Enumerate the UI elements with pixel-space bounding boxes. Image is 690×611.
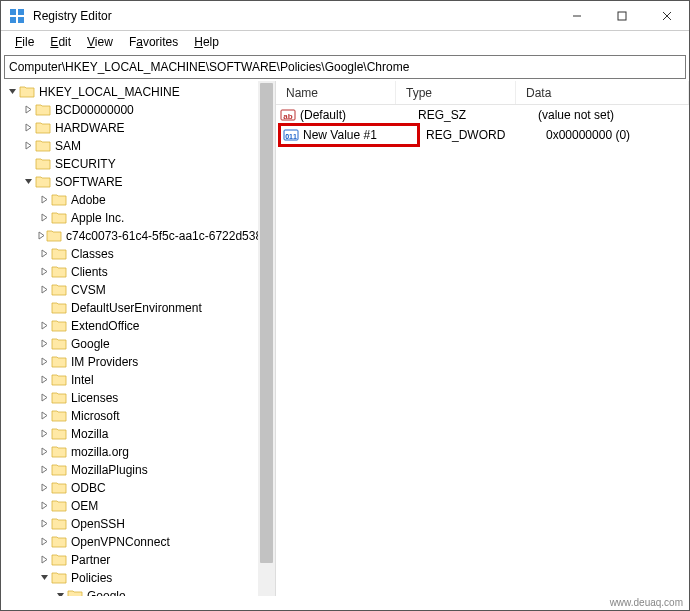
list-panel: Name Type Data ab(Default)REG_SZ(value n… [276, 81, 689, 596]
tree-item-guid[interactable]: c74c0073-61c4-5f5c-aa1c-6722d538bc46 [5, 227, 275, 245]
menu-help[interactable]: Help [186, 33, 227, 51]
tree-item-hardware[interactable]: HARDWARE [5, 119, 275, 137]
folder-icon [35, 103, 51, 117]
scrollbar-thumb[interactable] [260, 83, 273, 563]
tree-item-apple[interactable]: Apple Inc. [5, 209, 275, 227]
tree-label: Apple Inc. [71, 211, 124, 225]
tree-item-partner[interactable]: Partner [5, 551, 275, 569]
tree-label: Partner [71, 553, 110, 567]
scrollbar-vertical[interactable] [258, 81, 275, 596]
tree-item-oem[interactable]: OEM [5, 497, 275, 515]
chevron-down-icon[interactable] [37, 573, 51, 584]
tree-item-microsoft[interactable]: Microsoft [5, 407, 275, 425]
chevron-right-icon[interactable] [37, 249, 51, 260]
chevron-right-icon[interactable] [37, 393, 51, 404]
chevron-down-icon[interactable] [5, 87, 19, 98]
chevron-right-icon[interactable] [37, 555, 51, 566]
chevron-right-icon[interactable] [37, 429, 51, 440]
tree-item-mozilla[interactable]: Mozilla [5, 425, 275, 443]
tree-item-security[interactable]: SECURITY [5, 155, 275, 173]
folder-icon [51, 499, 67, 513]
chevron-right-icon[interactable] [21, 123, 35, 134]
chevron-right-icon[interactable] [37, 465, 51, 476]
minimize-button[interactable] [554, 1, 599, 31]
tree-label: Classes [71, 247, 114, 261]
tree-label: HKEY_LOCAL_MACHINE [39, 85, 180, 99]
chevron-right-icon[interactable] [37, 267, 51, 278]
tree-item-policies_google[interactable]: Google [5, 587, 275, 596]
chevron-right-icon[interactable] [37, 195, 51, 206]
tree-item-openvpn[interactable]: OpenVPNConnect [5, 533, 275, 551]
folder-icon [51, 409, 67, 423]
chevron-right-icon[interactable] [37, 483, 51, 494]
tree-item-licenses[interactable]: Licenses [5, 389, 275, 407]
tree-label: OpenSSH [71, 517, 125, 531]
address-bar[interactable]: Computer\HKEY_LOCAL_MACHINE\SOFTWARE\Pol… [4, 55, 686, 79]
svg-text:011: 011 [285, 133, 297, 140]
chevron-down-icon[interactable] [21, 177, 35, 188]
folder-icon [51, 427, 67, 441]
tree-item-classes[interactable]: Classes [5, 245, 275, 263]
value-type: REG_DWORD [420, 128, 540, 142]
tree-label: BCD00000000 [55, 103, 134, 117]
folder-icon [51, 301, 67, 315]
chevron-right-icon[interactable] [37, 501, 51, 512]
tree-label: MozillaPlugins [71, 463, 148, 477]
tree-label: Google [71, 337, 110, 351]
menu-edit[interactable]: Edit [42, 33, 79, 51]
tree-item-bcd[interactable]: BCD00000000 [5, 101, 275, 119]
chevron-right-icon[interactable] [37, 375, 51, 386]
tree-item-software[interactable]: SOFTWARE [5, 173, 275, 191]
list-row[interactable]: 011New Value #1REG_DWORD0x00000000 (0) [276, 125, 689, 145]
tree-item-mozillaorg[interactable]: mozilla.org [5, 443, 275, 461]
tree-item-sam[interactable]: SAM [5, 137, 275, 155]
chevron-right-icon[interactable] [37, 447, 51, 458]
chevron-right-icon[interactable] [37, 357, 51, 368]
chevron-right-icon[interactable] [37, 213, 51, 224]
list-row[interactable]: ab(Default)REG_SZ(value not set) [276, 105, 689, 125]
chevron-right-icon[interactable] [37, 339, 51, 350]
tree-item-intel[interactable]: Intel [5, 371, 275, 389]
tree-item-odbc[interactable]: ODBC [5, 479, 275, 497]
close-button[interactable] [644, 1, 689, 31]
tree-item-clients[interactable]: Clients [5, 263, 275, 281]
tree-item-defaultuser[interactable]: DefaultUserEnvironment [5, 299, 275, 317]
tree-item-improviders[interactable]: IM Providers [5, 353, 275, 371]
chevron-right-icon[interactable] [37, 285, 51, 296]
svg-rect-5 [618, 12, 626, 20]
chevron-right-icon[interactable] [21, 141, 35, 152]
chevron-right-icon[interactable] [37, 537, 51, 548]
address-path: Computer\HKEY_LOCAL_MACHINE\SOFTWARE\Pol… [9, 60, 409, 74]
tree-label: Microsoft [71, 409, 120, 423]
tree-label: Intel [71, 373, 94, 387]
maximize-button[interactable] [599, 1, 644, 31]
chevron-right-icon[interactable] [37, 321, 51, 332]
chevron-right-icon[interactable] [21, 105, 35, 116]
menu-view[interactable]: View [79, 33, 121, 51]
column-header-type[interactable]: Type [396, 81, 516, 104]
tree-item-root[interactable]: HKEY_LOCAL_MACHINE [5, 83, 275, 101]
chevron-down-icon[interactable] [53, 591, 67, 597]
tree-item-adobe[interactable]: Adobe [5, 191, 275, 209]
tree-item-extendoffice[interactable]: ExtendOffice [5, 317, 275, 335]
tree-item-policies[interactable]: Policies [5, 569, 275, 587]
folder-icon [19, 85, 35, 99]
tree-item-cvsm[interactable]: CVSM [5, 281, 275, 299]
chevron-right-icon[interactable] [37, 411, 51, 422]
menu-file[interactable]: File [7, 33, 42, 51]
chevron-right-icon[interactable] [37, 519, 51, 530]
tree-item-google[interactable]: Google [5, 335, 275, 353]
folder-icon [51, 373, 67, 387]
tree-item-mozillaplugins[interactable]: MozillaPlugins [5, 461, 275, 479]
chevron-right-icon[interactable] [37, 231, 46, 242]
menubar: File Edit View Favorites Help [1, 31, 689, 53]
column-header-name[interactable]: Name [276, 81, 396, 104]
menu-file-label: ile [22, 35, 34, 49]
folder-icon [51, 193, 67, 207]
folder-icon [35, 175, 51, 189]
folder-icon [35, 121, 51, 135]
column-header-data[interactable]: Data [516, 81, 689, 104]
menu-view-label: iew [95, 35, 113, 49]
menu-favorites[interactable]: Favorites [121, 33, 186, 51]
tree-item-openssh[interactable]: OpenSSH [5, 515, 275, 533]
